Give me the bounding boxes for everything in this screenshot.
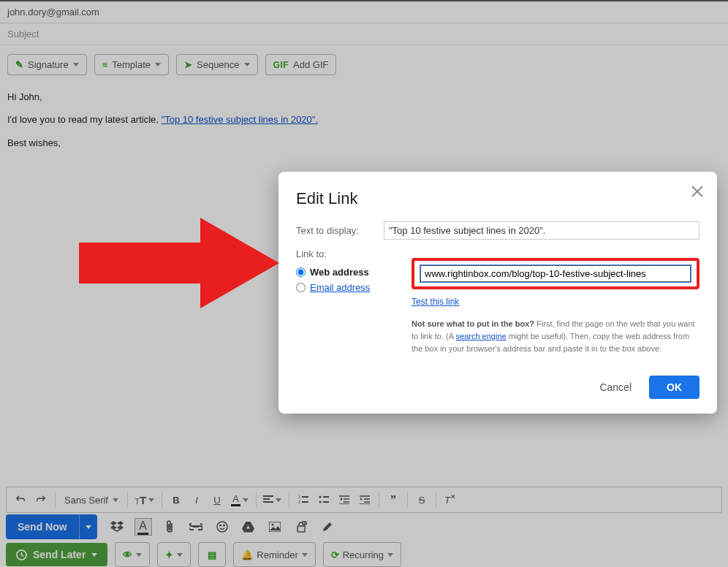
url-highlight-box: [412, 258, 699, 289]
radio-email-address-label[interactable]: Email address: [310, 282, 370, 293]
pen-icon[interactable]: [319, 519, 335, 535]
indent-more-button[interactable]: [355, 490, 374, 509]
search-engine-link[interactable]: search engine: [456, 332, 507, 340]
clear-formatting-button[interactable]: T✕: [441, 490, 460, 509]
close-button[interactable]: [691, 185, 704, 201]
chevron-down-icon: [244, 63, 250, 66]
insert-image-icon[interactable]: [267, 519, 283, 535]
clock-icon: [16, 549, 27, 560]
ok-button[interactable]: OK: [649, 376, 699, 399]
text-color-button[interactable]: A: [228, 490, 251, 509]
svg-point-3: [319, 501, 321, 503]
radio-email-address[interactable]: Email address: [296, 282, 391, 293]
signature-icon: ✎: [15, 59, 23, 70]
formatting-toggle-button[interactable]: A: [135, 519, 151, 535]
addgif-button[interactable]: GIF Add GIF: [265, 54, 337, 75]
chevron-down-icon: [86, 525, 91, 529]
emoji-icon[interactable]: [214, 519, 230, 535]
message-body[interactable]: Hi John, I'd love you to read my latest …: [0, 78, 728, 154]
send-now-button-group: Send Now: [6, 514, 97, 539]
close-icon: [691, 185, 704, 198]
link-type-radios: Web address Email address: [296, 262, 391, 297]
sequence-button[interactable]: ➤ Sequence: [176, 54, 258, 75]
body-link[interactable]: "Top 10 festive subject lines in 2020".: [162, 114, 318, 125]
extension-button[interactable]: ✦: [157, 542, 191, 567]
italic-button[interactable]: I: [187, 490, 206, 509]
send-toolbar-row-1: Send Now A: [6, 514, 722, 539]
link-to-block: Web address Email address Test this link…: [296, 262, 699, 355]
cancel-button[interactable]: Cancel: [589, 376, 642, 399]
reminder-button[interactable]: 🔔 Reminder: [233, 542, 315, 567]
body-line: I'd love you to read my latest article, …: [7, 111, 721, 128]
redo-button[interactable]: [31, 490, 50, 509]
edit-link-dialog: Edit Link Text to display: Link to: Web …: [278, 172, 717, 414]
eye-icon: 👁: [123, 549, 132, 560]
send-later-button[interactable]: Send Later: [6, 543, 107, 566]
font-selector[interactable]: Sans Serif: [60, 495, 123, 506]
note-button[interactable]: ▤: [198, 542, 226, 567]
test-link[interactable]: Test this link: [412, 297, 459, 307]
send-now-button[interactable]: Send Now: [6, 514, 79, 539]
body-closing: Best wishes,: [7, 134, 721, 151]
subject-field[interactable]: Subject: [0, 23, 728, 45]
body-line-text: I'd love you to read my latest article,: [7, 114, 162, 125]
sequence-label: Sequence: [197, 59, 240, 70]
dialog-title: Edit Link: [296, 189, 699, 208]
puzzle-icon: ✦: [165, 549, 173, 560]
send-now-dropdown[interactable]: [79, 514, 97, 539]
confidential-mode-icon[interactable]: [293, 519, 309, 535]
sequence-icon: ➤: [184, 59, 192, 70]
svg-point-2: [319, 496, 321, 498]
recurring-button[interactable]: ⟳ Recurring: [323, 542, 401, 567]
text-to-display-label: Text to display:: [296, 225, 375, 236]
recurring-label: Recurring: [343, 549, 384, 560]
radio-email-address-input[interactable]: [296, 283, 306, 292]
url-column: Test this link Not sure what to put in t…: [412, 262, 699, 355]
radio-web-address[interactable]: Web address: [296, 267, 391, 278]
dropbox-icon[interactable]: [109, 519, 125, 535]
signature-button[interactable]: ✎ Signature: [7, 54, 87, 75]
align-button[interactable]: [261, 490, 284, 509]
quote-button[interactable]: ”: [384, 490, 403, 509]
template-button[interactable]: ≡ Template: [94, 54, 169, 75]
note-icon: ▤: [208, 549, 216, 560]
chevron-down-icon: [91, 553, 97, 557]
hint-text: Not sure what to put in the box? First, …: [412, 318, 699, 355]
svg-rect-9: [297, 526, 305, 532]
undo-button[interactable]: [11, 490, 30, 509]
compose-icon-row: A: [109, 519, 335, 535]
svg-text:2: 2: [298, 500, 300, 504]
to-field[interactable]: john.dory@gmail.com: [0, 1, 728, 23]
url-input[interactable]: [420, 265, 691, 282]
hint-bold: Not sure what to put in the box?: [412, 319, 534, 328]
chevron-down-icon: [136, 553, 142, 557]
bullet-list-button[interactable]: [314, 490, 333, 509]
chevron-down-icon: [177, 553, 183, 557]
svg-point-6: [223, 525, 224, 526]
text-to-display-input[interactable]: [384, 221, 699, 240]
chevron-down-icon: [302, 553, 308, 557]
underline-button[interactable]: U: [208, 490, 227, 509]
formatting-toolbar: Sans Serif TT B I U A 12 ” S T✕: [6, 487, 722, 513]
indent-less-button[interactable]: [335, 490, 354, 509]
bold-button[interactable]: B: [167, 490, 186, 509]
font-size-button[interactable]: TT: [132, 490, 157, 509]
link-to-label: Link to:: [296, 247, 375, 259]
radio-web-address-input[interactable]: [296, 267, 306, 277]
attachment-icon[interactable]: [162, 519, 178, 535]
signature-label: Signature: [28, 59, 69, 70]
numbered-list-button[interactable]: 12: [294, 490, 313, 509]
template-icon: ≡: [102, 59, 108, 70]
chevron-down-icon: [387, 553, 393, 557]
dialog-actions: Cancel OK: [296, 376, 699, 399]
insert-link-icon[interactable]: [188, 519, 204, 535]
radio-web-address-label: Web address: [310, 267, 369, 278]
gif-icon: GIF: [273, 60, 289, 70]
strikethrough-button[interactable]: S: [412, 490, 431, 509]
bell-icon: 🔔: [241, 549, 253, 560]
chevron-down-icon: [73, 63, 79, 66]
drive-icon[interactable]: [240, 519, 257, 535]
send-toolbar-row-2: Send Later 👁 ✦ ▤ 🔔 Reminder ⟳ Recurring: [6, 542, 722, 567]
svg-point-8: [271, 524, 273, 526]
track-button[interactable]: 👁: [115, 542, 150, 567]
